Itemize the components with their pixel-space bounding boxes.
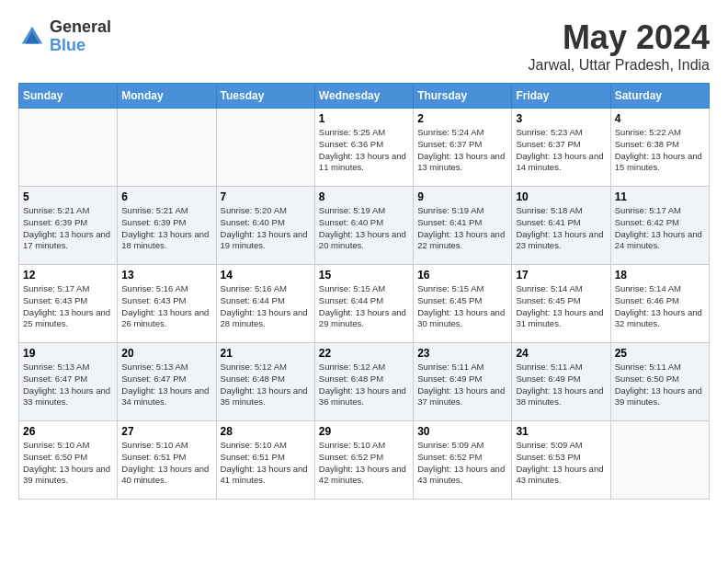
calendar-week-row: 1Sunrise: 5:25 AM Sunset: 6:36 PM Daylig… — [19, 109, 710, 187]
calendar-cell: 16Sunrise: 5:15 AM Sunset: 6:45 PM Dayli… — [414, 265, 512, 343]
day-number: 17 — [516, 269, 606, 282]
day-number: 1 — [319, 112, 409, 125]
day-number: 2 — [417, 112, 507, 125]
logo: General Blue — [18, 18, 111, 55]
day-info: Sunrise: 5:14 AM Sunset: 6:46 PM Dayligh… — [615, 283, 705, 330]
day-number: 19 — [23, 347, 113, 360]
day-info: Sunrise: 5:12 AM Sunset: 6:48 PM Dayligh… — [319, 362, 409, 408]
calendar-cell: 20Sunrise: 5:13 AM Sunset: 6:47 PM Dayli… — [118, 343, 216, 421]
day-info: Sunrise: 5:11 AM Sunset: 6:49 PM Dayligh… — [516, 362, 606, 408]
day-number: 24 — [516, 347, 606, 360]
day-info: Sunrise: 5:09 AM Sunset: 6:53 PM Dayligh… — [516, 440, 606, 487]
day-info: Sunrise: 5:13 AM Sunset: 6:47 PM Dayligh… — [121, 362, 211, 408]
day-info: Sunrise: 5:24 AM Sunset: 6:37 PM Dayligh… — [417, 127, 507, 174]
calendar-cell: 1Sunrise: 5:25 AM Sunset: 6:36 PM Daylig… — [314, 109, 413, 187]
day-info: Sunrise: 5:16 AM Sunset: 6:44 PM Dayligh… — [221, 283, 311, 330]
day-info: Sunrise: 5:14 AM Sunset: 6:45 PM Dayligh… — [516, 283, 606, 330]
day-info: Sunrise: 5:19 AM Sunset: 6:41 PM Dayligh… — [417, 205, 507, 252]
header-wednesday: Wednesday — [314, 84, 413, 109]
day-info: Sunrise: 5:16 AM Sunset: 6:43 PM Dayligh… — [121, 283, 211, 330]
day-info: Sunrise: 5:10 AM Sunset: 6:51 PM Dayligh… — [121, 440, 211, 487]
calendar-cell: 5Sunrise: 5:21 AM Sunset: 6:39 PM Daylig… — [19, 187, 118, 265]
day-info: Sunrise: 5:20 AM Sunset: 6:40 PM Dayligh… — [221, 205, 311, 252]
logo-text: General Blue — [50, 18, 111, 55]
calendar-cell: 30Sunrise: 5:09 AM Sunset: 6:52 PM Dayli… — [414, 421, 512, 500]
calendar-cell: 3Sunrise: 5:23 AM Sunset: 6:37 PM Daylig… — [512, 109, 610, 187]
calendar-cell: 4Sunrise: 5:22 AM Sunset: 6:38 PM Daylig… — [610, 109, 709, 187]
calendar-cell: 19Sunrise: 5:13 AM Sunset: 6:47 PM Dayli… — [19, 343, 118, 421]
logo-icon — [18, 23, 46, 51]
day-number: 5 — [23, 190, 113, 203]
calendar-cell: 24Sunrise: 5:11 AM Sunset: 6:49 PM Dayli… — [512, 343, 610, 421]
calendar-cell: 21Sunrise: 5:12 AM Sunset: 6:48 PM Dayli… — [216, 343, 314, 421]
day-number: 6 — [121, 190, 211, 203]
day-info: Sunrise: 5:15 AM Sunset: 6:44 PM Dayligh… — [319, 283, 409, 330]
day-info: Sunrise: 5:18 AM Sunset: 6:41 PM Dayligh… — [516, 205, 606, 252]
calendar-cell: 14Sunrise: 5:16 AM Sunset: 6:44 PM Dayli… — [216, 265, 314, 343]
header-thursday: Thursday — [414, 84, 512, 109]
calendar-cell: 10Sunrise: 5:18 AM Sunset: 6:41 PM Dayli… — [512, 187, 610, 265]
day-info: Sunrise: 5:10 AM Sunset: 6:50 PM Dayligh… — [23, 440, 113, 487]
header-monday: Monday — [118, 84, 216, 109]
day-number: 14 — [221, 269, 311, 282]
calendar-week-row: 12Sunrise: 5:17 AM Sunset: 6:43 PM Dayli… — [19, 265, 710, 343]
header-friday: Friday — [512, 84, 610, 109]
calendar-cell: 13Sunrise: 5:16 AM Sunset: 6:43 PM Dayli… — [118, 265, 216, 343]
calendar-subtitle: Jarwal, Uttar Pradesh, India — [529, 57, 710, 74]
calendar-cell: 29Sunrise: 5:10 AM Sunset: 6:52 PM Dayli… — [314, 421, 413, 500]
calendar-table: SundayMondayTuesdayWednesdayThursdayFrid… — [18, 83, 710, 500]
page-header: General Blue May 2024 Jarwal, Uttar Prad… — [18, 18, 710, 74]
calendar-cell: 8Sunrise: 5:19 AM Sunset: 6:40 PM Daylig… — [314, 187, 413, 265]
calendar-week-row: 5Sunrise: 5:21 AM Sunset: 6:39 PM Daylig… — [19, 187, 710, 265]
calendar-cell: 2Sunrise: 5:24 AM Sunset: 6:37 PM Daylig… — [414, 109, 512, 187]
day-number: 31 — [516, 425, 606, 438]
logo-line2: Blue — [50, 37, 111, 55]
day-info: Sunrise: 5:10 AM Sunset: 6:51 PM Dayligh… — [221, 440, 311, 487]
day-number: 16 — [417, 269, 507, 282]
day-number: 21 — [221, 347, 311, 360]
day-number: 22 — [319, 347, 409, 360]
day-number: 8 — [319, 190, 409, 203]
day-number: 18 — [615, 269, 705, 282]
calendar-cell: 23Sunrise: 5:11 AM Sunset: 6:49 PM Dayli… — [414, 343, 512, 421]
day-number: 28 — [221, 425, 311, 438]
calendar-cell: 18Sunrise: 5:14 AM Sunset: 6:46 PM Dayli… — [610, 265, 709, 343]
day-number: 25 — [615, 347, 705, 360]
day-number: 26 — [23, 425, 113, 438]
calendar-cell: 6Sunrise: 5:21 AM Sunset: 6:39 PM Daylig… — [118, 187, 216, 265]
calendar-cell — [19, 109, 118, 187]
calendar-cell: 31Sunrise: 5:09 AM Sunset: 6:53 PM Dayli… — [512, 421, 610, 500]
logo-line1: General — [50, 18, 111, 37]
calendar-header-row: SundayMondayTuesdayWednesdayThursdayFrid… — [19, 84, 710, 109]
header-tuesday: Tuesday — [216, 84, 314, 109]
day-info: Sunrise: 5:10 AM Sunset: 6:52 PM Dayligh… — [319, 440, 409, 487]
calendar-week-row: 26Sunrise: 5:10 AM Sunset: 6:50 PM Dayli… — [19, 421, 710, 500]
calendar-cell: 7Sunrise: 5:20 AM Sunset: 6:40 PM Daylig… — [216, 187, 314, 265]
calendar-cell: 11Sunrise: 5:17 AM Sunset: 6:42 PM Dayli… — [610, 187, 709, 265]
calendar-title: May 2024 — [529, 18, 710, 57]
calendar-cell: 28Sunrise: 5:10 AM Sunset: 6:51 PM Dayli… — [216, 421, 314, 500]
calendar-cell: 25Sunrise: 5:11 AM Sunset: 6:50 PM Dayli… — [610, 343, 709, 421]
calendar-week-row: 19Sunrise: 5:13 AM Sunset: 6:47 PM Dayli… — [19, 343, 710, 421]
day-number: 11 — [615, 190, 705, 203]
calendar-cell — [118, 109, 216, 187]
day-number: 29 — [319, 425, 409, 438]
day-info: Sunrise: 5:25 AM Sunset: 6:36 PM Dayligh… — [319, 127, 409, 174]
day-number: 15 — [319, 269, 409, 282]
day-number: 20 — [121, 347, 211, 360]
calendar-cell — [216, 109, 314, 187]
day-number: 13 — [121, 269, 211, 282]
calendar-cell — [610, 421, 709, 500]
day-number: 12 — [23, 269, 113, 282]
day-info: Sunrise: 5:11 AM Sunset: 6:49 PM Dayligh… — [417, 362, 507, 408]
day-number: 23 — [417, 347, 507, 360]
day-number: 30 — [417, 425, 507, 438]
day-number: 27 — [121, 425, 211, 438]
day-info: Sunrise: 5:23 AM Sunset: 6:37 PM Dayligh… — [516, 127, 606, 174]
day-info: Sunrise: 5:11 AM Sunset: 6:50 PM Dayligh… — [615, 362, 705, 408]
header-sunday: Sunday — [19, 84, 118, 109]
day-number: 3 — [516, 112, 606, 125]
calendar-cell: 17Sunrise: 5:14 AM Sunset: 6:45 PM Dayli… — [512, 265, 610, 343]
day-number: 4 — [615, 112, 705, 125]
calendar-cell: 22Sunrise: 5:12 AM Sunset: 6:48 PM Dayli… — [314, 343, 413, 421]
